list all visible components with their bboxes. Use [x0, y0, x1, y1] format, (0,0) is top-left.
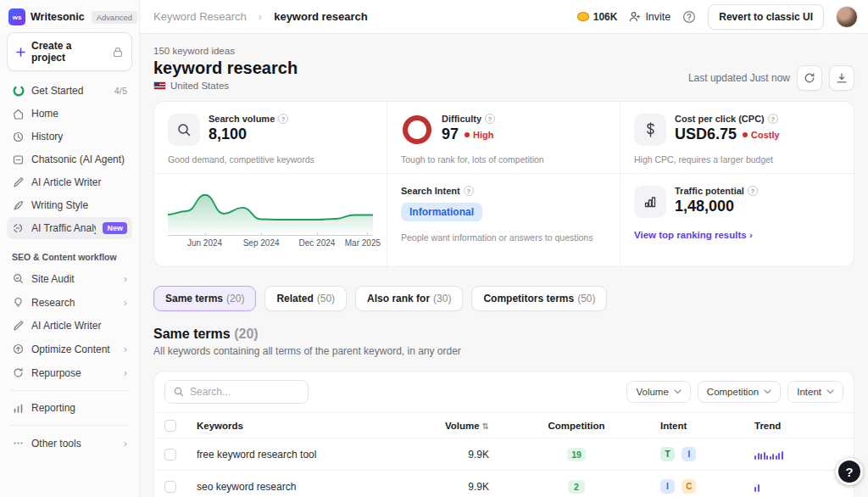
help-fab-button[interactable]: ? — [836, 458, 863, 485]
table-header-row: Keywords Volume⇅ Competition Intent Tren… — [154, 412, 854, 438]
sidebar-item-label: Reporting — [31, 402, 127, 414]
breadcrumb-separator-icon: › — [259, 10, 262, 23]
sidebar-item-repurpose[interactable]: Repurpose › — [7, 361, 132, 384]
info-icon[interactable]: ? — [278, 114, 288, 124]
filter-label: Intent — [797, 387, 821, 397]
chevron-right-icon: › — [124, 272, 127, 285]
mini-bar-chart-icon — [634, 186, 666, 218]
view-top-ranking-link[interactable]: View top ranking results › — [634, 230, 753, 240]
keyword-cell[interactable]: free keyword research tool — [197, 449, 428, 461]
keyword-cell[interactable]: seo keyword research — [197, 481, 428, 493]
person-plus-icon — [629, 11, 641, 22]
select-all-checkbox[interactable] — [164, 420, 176, 432]
arrow-up-circle-icon — [12, 343, 25, 355]
revert-classic-ui-button[interactable]: Revert to classic UI — [708, 4, 824, 30]
download-button[interactable] — [829, 65, 854, 91]
row-checkbox[interactable] — [164, 481, 176, 493]
info-icon[interactable]: ? — [485, 114, 495, 124]
cpc-caption: High CPC, requires a larger budget — [634, 154, 773, 165]
create-project-button[interactable]: Create a project — [7, 32, 132, 71]
help-icon[interactable] — [682, 10, 696, 24]
info-icon[interactable]: ? — [464, 186, 474, 196]
filter-volume-dropdown[interactable]: Volume — [626, 381, 690, 403]
dollar-icon — [634, 114, 666, 146]
tab-competitors-terms[interactable]: Competitors terms(50) — [471, 286, 607, 311]
axis-tick-label: Sep 2024 — [243, 238, 280, 248]
level-dot-icon — [743, 132, 748, 137]
table-row[interactable]: free keyword research tool 9.9K 19 T I — [154, 438, 854, 470]
chart-x-axis: Jun 2024 Sep 2024 Dec 2024 Mar 2025 — [168, 235, 373, 254]
sidebar-item-reporting[interactable]: Reporting — [7, 397, 132, 419]
history-icon — [12, 131, 25, 142]
cpc-value: USD6.75 — [675, 126, 737, 143]
column-keywords[interactable]: Keywords — [197, 421, 428, 431]
refresh-button[interactable] — [797, 65, 822, 91]
traffic-potential-value: 1,48,000 — [675, 198, 758, 215]
column-intent[interactable]: Intent — [640, 421, 754, 431]
sidebar-item-optimize-content[interactable]: Optimize Content › — [7, 338, 132, 360]
column-competition[interactable]: Competition — [513, 421, 640, 431]
table-row[interactable]: seo keyword research 9.9K 2 I C — [154, 470, 854, 497]
search-icon — [174, 387, 184, 397]
sidebar-item-site-audit[interactable]: Site Audit › — [7, 267, 132, 290]
get-started-progress: 4/5 — [114, 86, 127, 96]
volume-cell: 9.9K — [428, 481, 513, 493]
search-icon — [168, 114, 200, 146]
sidebar-item-label: History — [31, 131, 127, 142]
traffic-potential-card: Traffic potential? 1,48,000 View top ran… — [620, 173, 854, 266]
column-trend[interactable]: Trend — [754, 421, 843, 431]
sidebar-item-ai-article-writer-2[interactable]: AI Article Writer — [7, 315, 132, 337]
sidebar-item-writing-style[interactable]: Writing Style — [7, 194, 132, 216]
tab-related[interactable]: Related(50) — [264, 286, 347, 311]
sidebar-item-label: Research — [31, 297, 117, 309]
table-search-box[interactable] — [164, 380, 309, 404]
user-avatar[interactable] — [836, 6, 858, 28]
intent-badge: T — [660, 447, 675, 461]
difficulty-card: Difficulty? 97 High Tough to rank for, l… — [387, 102, 620, 173]
invite-button[interactable]: Invite — [629, 11, 670, 23]
info-icon[interactable]: ? — [768, 114, 778, 124]
tab-label: Related — [276, 293, 313, 304]
table-toolbar: Volume Competition Intent — [154, 371, 854, 412]
search-input[interactable] — [190, 386, 292, 398]
credits-counter[interactable]: 106K — [577, 11, 618, 23]
chevron-down-icon — [674, 389, 682, 394]
sidebar-item-ai-traffic-analytics[interactable]: AI Traffic Analytics New — [7, 217, 132, 239]
pen-icon — [12, 177, 25, 188]
sidebar-item-ai-article-writer[interactable]: AI Article Writer — [7, 171, 132, 193]
competition-badge: 19 — [567, 448, 586, 461]
trend-sparkline — [754, 450, 843, 460]
sidebar-item-chatsonic[interactable]: Chatsonic (AI Agent) — [7, 148, 132, 170]
chevron-down-icon — [764, 389, 771, 394]
pen-icon — [12, 321, 25, 332]
lightbulb-icon — [12, 297, 25, 308]
row-checkbox[interactable] — [164, 449, 176, 461]
us-flag-icon — [153, 81, 166, 90]
filter-label: Competition — [707, 387, 759, 397]
difficulty-value: 97 — [442, 126, 459, 143]
home-icon — [12, 109, 25, 120]
sort-icon[interactable]: ⇅ — [482, 422, 489, 431]
column-volume[interactable]: Volume⇅ — [428, 421, 513, 431]
keyword-ideas-count: 150 keyword ideas — [153, 46, 298, 56]
breadcrumb-parent[interactable]: Keyword Research — [153, 10, 247, 23]
sidebar-item-research[interactable]: Research › — [7, 291, 132, 314]
info-icon[interactable]: ? — [748, 186, 758, 196]
tab-also-rank-for[interactable]: Also rank for(30) — [355, 286, 463, 311]
plus-icon — [16, 47, 25, 57]
sidebar-item-get-started[interactable]: Get Started 4/5 — [7, 80, 132, 102]
credits-value: 106K — [593, 11, 618, 23]
sidebar-item-other-tools[interactable]: Other tools › — [7, 432, 132, 455]
tab-same-terms[interactable]: Same terms(20) — [153, 286, 256, 311]
sidebar-item-history[interactable]: History — [7, 126, 132, 148]
filter-competition-dropdown[interactable]: Competition — [698, 381, 781, 403]
result-tabs: Same terms(20) Related(50) Also rank for… — [153, 286, 854, 311]
last-updated-text: Last updated Just now — [688, 72, 790, 84]
sidebar-item-label: AI Article Writer — [31, 320, 127, 332]
sidebar: ws Writesonic Advanced Create a project … — [0, 0, 140, 497]
intent-badge: C — [682, 479, 696, 494]
sidebar-section-title: SEO & Content workflow — [7, 240, 132, 267]
sidebar-item-home[interactable]: Home — [7, 103, 132, 125]
filter-intent-dropdown[interactable]: Intent — [787, 381, 843, 403]
sidebar-item-label: Writing Style — [31, 199, 127, 211]
